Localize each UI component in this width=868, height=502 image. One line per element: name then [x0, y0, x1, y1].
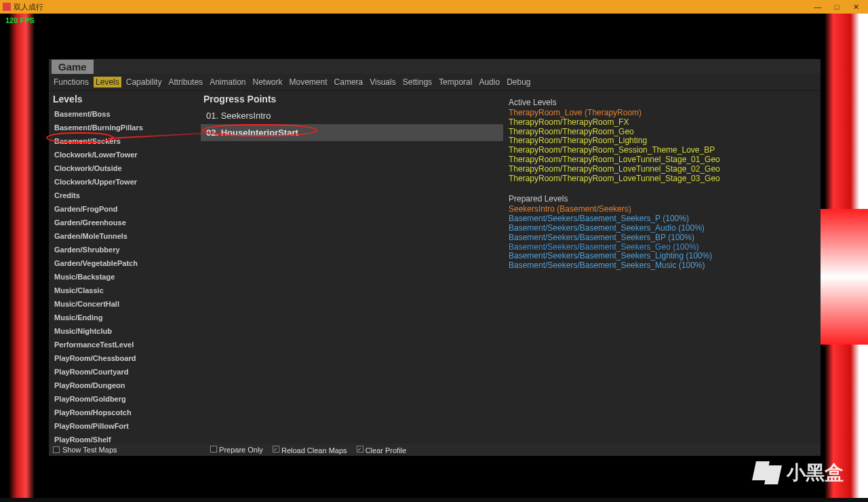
level-item[interactable]: PlayRoom/PillowFort	[50, 419, 198, 433]
menu-item-camera[interactable]: Camera	[332, 77, 366, 88]
active-levels-header: Active Levels	[509, 98, 816, 107]
prepare-only-checkbox[interactable]	[210, 446, 217, 452]
progress-header: Progress Points	[199, 91, 505, 107]
progress-list: 01. SeekersIntro02. HouseInteriorStart	[199, 107, 505, 444]
levels-header: Levels	[49, 91, 199, 107]
show-test-maps-checkbox[interactable]	[53, 446, 60, 453]
info-line: Basement/Seekers/Basement_Seekers_P (100…	[509, 214, 816, 224]
info-line: Basement/Seekers/Basement_Seekers_Geo (1…	[509, 243, 816, 252]
menu-item-attributes[interactable]: Attributes	[166, 77, 205, 88]
watermark: 小黑盒	[753, 459, 844, 487]
level-item[interactable]: Music/Ending	[50, 311, 198, 324]
level-item[interactable]: Credits	[50, 189, 198, 202]
panel-header: Game	[49, 59, 821, 74]
taskbar	[0, 498, 868, 502]
levels-list[interactable]: Basement/BossBasement/BurningPillarsBase…	[49, 107, 199, 444]
menu-item-capability[interactable]: Capability	[124, 77, 164, 88]
menu-item-debug[interactable]: Debug	[505, 77, 532, 88]
menu-item-network[interactable]: Network	[251, 77, 285, 88]
levels-column: Levels Basement/BossBasement/BurningPill…	[49, 91, 199, 444]
level-item[interactable]: Music/ConcertHall	[50, 297, 198, 311]
app-icon	[3, 3, 11, 11]
watermark-logo-icon	[753, 459, 781, 487]
menu-item-temporal[interactable]: Temporal	[437, 77, 474, 88]
level-item[interactable]: PerformanceTestLevel	[50, 338, 198, 351]
info-line: Basement/Seekers/Basement_Seekers_Audio …	[509, 224, 816, 233]
info-line: TherapyRoom/TherapyRoom_FX	[509, 118, 816, 128]
reload-clean-maps-label: Reload Clean Maps	[281, 446, 347, 455]
info-line: TherapyRoom/TherapyRoom_Session_Theme_Lo…	[509, 146, 816, 155]
menu-item-functions[interactable]: Functions	[52, 77, 91, 88]
level-item[interactable]: Basement/Seekers	[50, 134, 198, 148]
level-item[interactable]: PlayRoom/Chessboard	[50, 351, 198, 365]
show-test-maps-label: Show Test Maps	[62, 446, 117, 454]
info-line: TherapyRoom/TherapyRoom_LoveTunnel_Stage…	[509, 155, 816, 165]
level-item[interactable]: Garden/FrogPond	[50, 202, 198, 216]
watermark-text: 小黑盒	[787, 460, 844, 486]
debug-panel: Game FunctionsLevelsCapabilityAttributes…	[49, 59, 821, 454]
window-title: 双人成行	[14, 2, 808, 12]
prepared-levels-header: Prepared Levels	[509, 194, 816, 204]
info-line: Basement/Seekers/Basement_Seekers_BP (10…	[509, 233, 816, 243]
window-titlebar: 双人成行 — □ ✕	[0, 0, 868, 14]
level-item[interactable]: PlayRoom/Goldberg	[50, 392, 198, 406]
level-item[interactable]: PlayRoom/Shelf	[50, 433, 198, 444]
menu-item-levels[interactable]: Levels	[94, 77, 121, 88]
info-line: SeekersIntro (Basement/Seekers)	[509, 205, 816, 214]
level-item[interactable]: Clockwork/UpperTower	[50, 175, 198, 189]
clear-profile-label: Clear Profile	[366, 446, 407, 455]
level-item[interactable]: Garden/MoleTunnels	[50, 229, 198, 243]
clear-profile-checkbox[interactable]	[357, 446, 363, 452]
level-item[interactable]: Basement/Boss	[50, 107, 198, 121]
active-levels-list: TherapyRoom_Love (TherapyRoom)TherapyRoo…	[509, 109, 816, 183]
level-item[interactable]: PlayRoom/Dungeon	[50, 379, 198, 392]
maximize-button[interactable]: □	[827, 3, 846, 11]
info-column: Active Levels TherapyRoom_Love (TherapyR…	[505, 91, 821, 444]
menu-item-visuals[interactable]: Visuals	[368, 77, 397, 88]
menu-item-settings[interactable]: Settings	[401, 77, 434, 88]
minimize-button[interactable]: —	[808, 3, 827, 11]
fps-counter: 120 FPS	[5, 16, 35, 24]
menu-item-movement[interactable]: Movement	[288, 77, 330, 88]
game-tab[interactable]: Game	[52, 60, 94, 74]
level-item[interactable]: PlayRoom/Hopscotch	[50, 406, 198, 419]
close-button[interactable]: ✕	[846, 3, 865, 12]
info-line: TherapyRoom/TherapyRoom_LoveTunnel_Stage…	[509, 174, 816, 184]
prepare-only-label: Prepare Only	[219, 446, 263, 454]
level-item[interactable]: Garden/VegetablePatch	[50, 256, 198, 270]
panel-footer: Show Test Maps Prepare Only Reload Clean…	[49, 444, 821, 456]
info-line: TherapyRoom/TherapyRoom_LoveTunnel_Stage…	[509, 165, 816, 174]
level-item[interactable]: Music/Backstage	[50, 270, 198, 284]
menu-item-animation[interactable]: Animation	[208, 77, 248, 88]
level-item[interactable]: Garden/Shrubbery	[50, 243, 198, 256]
level-item[interactable]: PlayRoom/Courtyard	[50, 365, 198, 379]
info-line: TherapyRoom/TherapyRoom_Geo	[509, 128, 816, 137]
info-line: TherapyRoom_Love (TherapyRoom)	[509, 109, 816, 118]
level-item[interactable]: Clockwork/Outside	[50, 161, 198, 175]
menu-item-audio[interactable]: Audio	[477, 77, 502, 88]
menu-bar: FunctionsLevelsCapabilityAttributesAnima…	[49, 74, 821, 91]
reload-clean-maps-checkbox[interactable]	[273, 446, 279, 452]
level-item[interactable]: Garden/Greenhouse	[50, 216, 198, 229]
info-line: Basement/Seekers/Basement_Seekers_Lighti…	[509, 252, 816, 261]
prepared-levels-list: SeekersIntro (Basement/Seekers)Basement/…	[509, 205, 816, 271]
info-line: TherapyRoom/TherapyRoom_Lighting	[509, 136, 816, 146]
info-line: Basement/Seekers/Basement_Seekers_Music …	[509, 261, 816, 271]
progress-item[interactable]: 02. HouseInteriorStart	[201, 124, 503, 141]
level-item[interactable]: Music/Nightclub	[50, 324, 198, 338]
level-item[interactable]: Clockwork/LowerTower	[50, 148, 198, 161]
level-item[interactable]: Basement/BurningPillars	[50, 121, 198, 134]
progress-column: Progress Points 01. SeekersIntro02. Hous…	[199, 91, 505, 444]
progress-item[interactable]: 01. SeekersIntro	[201, 107, 503, 124]
level-item[interactable]: Music/Classic	[50, 284, 198, 297]
